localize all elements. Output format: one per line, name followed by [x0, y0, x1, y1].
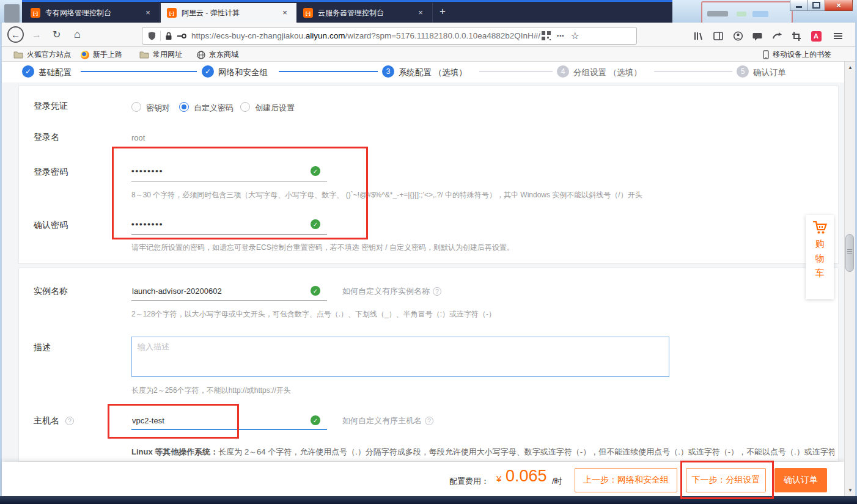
hostname-question-icon[interactable]: ?: [65, 417, 74, 425]
account-icon[interactable]: [730, 29, 746, 43]
radio-set-after-create[interactable]: [240, 102, 250, 112]
bookmark-mobile-bookmarks[interactable]: 移动设备上的书签: [763, 49, 831, 60]
radio-custom-password[interactable]: [179, 102, 189, 112]
extension-icon[interactable]: A: [808, 29, 824, 43]
annotation-rect-passwords: [112, 147, 368, 239]
home-button[interactable]: ⌂: [74, 28, 81, 41]
instance-name-input[interactable]: launch-advisor-20200602: [132, 287, 222, 296]
step5-label[interactable]: 确认订单: [753, 67, 786, 78]
firefox-icon: [81, 51, 89, 59]
bookmarks-bar: [0, 47, 857, 62]
step3-number: 3: [382, 65, 394, 78]
window-close-button[interactable]: ×: [825, 0, 853, 11]
cart-char: 购: [806, 238, 834, 250]
url-text[interactable]: https://ecs-buy-cn-zhangjiakou.aliyun.co…: [191, 31, 540, 40]
scroll-up-icon[interactable]: ▲: [845, 65, 856, 70]
confirm-password-hint: 请牢记您所设置的密码，如遗忘可登录ECS控制台重置密码，若不填选 密钥对 / 自…: [131, 243, 514, 253]
step-connector: [81, 71, 197, 72]
login-name-value: root: [131, 133, 145, 142]
back-button[interactable]: ←: [7, 26, 24, 43]
library-icon[interactable]: [691, 29, 707, 43]
page-scrollbar[interactable]: ▲ ▼: [844, 62, 855, 496]
messages-icon[interactable]: [749, 29, 765, 43]
bookmark-label: 火狐官方站点: [27, 49, 71, 60]
instance-name-help-link[interactable]: 如何自定义有序实例名称 ?: [342, 286, 441, 297]
window-border-left: [0, 23, 2, 496]
question-icon[interactable]: ?: [425, 417, 433, 425]
instance-name-underline: [131, 300, 327, 301]
tab-close-icon[interactable]: ×: [279, 7, 290, 18]
cost-price: 0.065: [506, 467, 547, 486]
crop-screenshot-icon[interactable]: [789, 29, 804, 43]
tab-title: 云服务器管理控制台: [318, 8, 410, 18]
tracking-protection-shield-icon[interactable]: [148, 31, 156, 40]
globe-icon: [197, 51, 205, 59]
mobile-phone-icon: [763, 50, 769, 59]
annotation-rect-next-button: [680, 461, 774, 499]
scroll-down-icon[interactable]: ▼: [845, 488, 856, 493]
hostname-rule-bold: Linux 等其他操作系统：: [131, 447, 218, 456]
step2-check-icon: ✓: [202, 65, 214, 78]
step1-check-icon: ✓: [22, 65, 34, 78]
url-bar[interactable]: https://ecs-buy-cn-zhangjiakou.aliyun.co…: [142, 27, 637, 45]
tab-ecs-console[interactable]: [-] 云服务器管理控制台 ×: [297, 3, 433, 23]
confirm-order-button[interactable]: 确认订单: [774, 468, 827, 492]
hostname-help-link[interactable]: 如何自定义有序主机名 ?: [342, 415, 433, 426]
aliyun-favicon-icon: [-]: [167, 8, 177, 18]
undo-swoosh-icon[interactable]: [769, 29, 785, 43]
cost-currency: ¥: [496, 473, 501, 484]
shopping-cart-icon: [811, 219, 828, 235]
tab-ecs-buy-active[interactable]: [-] 阿里云 - 弹性计算 ×: [161, 3, 296, 23]
bookmark-folder-firefox-sites[interactable]: 火狐官方站点: [13, 49, 71, 60]
radio-keypair[interactable]: [131, 102, 141, 112]
instance-name-valid-check-icon: ✓: [311, 286, 320, 296]
aliyun-favicon-icon: [-]: [303, 8, 313, 18]
new-tab-button[interactable]: +: [435, 5, 450, 18]
tab-vpc-console[interactable]: [-] 专有网络管理控制台 ×: [24, 3, 160, 23]
bookmark-jd[interactable]: 京东商城: [197, 49, 238, 60]
scrollbar-thumb[interactable]: [845, 234, 854, 272]
extension-badge: A: [811, 31, 822, 42]
maximize-icon: [812, 2, 820, 9]
radio-custom-password-label[interactable]: 自定义密码: [194, 103, 234, 114]
sidebar-icon[interactable]: [710, 29, 726, 43]
tab-close-icon[interactable]: ×: [415, 7, 426, 18]
qr-code-icon[interactable]: [542, 31, 551, 40]
description-textarea[interactable]: [131, 337, 669, 377]
bookmark-getting-started[interactable]: 新手上路: [81, 49, 122, 60]
key-icon[interactable]: [177, 33, 186, 39]
reload-button[interactable]: ↻: [53, 29, 61, 40]
confirm-password-label: 确认密码: [34, 220, 68, 231]
cost-label: 配置费用：: [449, 476, 489, 487]
cost-unit: /时: [552, 476, 562, 487]
forward-button[interactable]: →: [32, 29, 42, 40]
hostname-valid-check-icon: ✓: [311, 415, 320, 425]
cart-char: 物: [806, 253, 834, 265]
browser-window: [-] 专有网络管理控制台 × [-] 阿里云 - 弹性计算 × [-] 云服务…: [0, 0, 857, 504]
bookmark-folder-common-sites[interactable]: 常用网址: [139, 49, 182, 60]
window-maximize-button[interactable]: [807, 0, 825, 11]
step1-label[interactable]: 基础配置: [39, 67, 72, 78]
active-tab-stripe: [22, 0, 672, 2]
step2-label[interactable]: 网络和安全组: [218, 67, 268, 78]
folder-icon: [13, 51, 23, 59]
radio-keypair-label[interactable]: 密钥对: [146, 103, 170, 114]
radio-set-after-create-label[interactable]: 创建后设置: [255, 103, 295, 114]
lock-icon[interactable]: [165, 32, 172, 40]
aliyun-favicon-icon: [-]: [31, 8, 40, 18]
step3-label[interactable]: 系统配置 （选填）: [399, 67, 467, 78]
close-icon: ×: [836, 1, 841, 10]
help-link-text: 如何自定义有序实例名称: [342, 286, 430, 297]
bookmark-star-icon[interactable]: ☆: [570, 30, 579, 42]
tab-close-icon[interactable]: ×: [142, 7, 153, 18]
prev-step-button[interactable]: 上一步：网络和安全组: [575, 468, 677, 492]
window-minimize-button[interactable]: [790, 0, 808, 11]
step-connector: [279, 71, 378, 72]
instance-name-label: 实例名称: [34, 286, 68, 297]
menu-hamburger-icon[interactable]: [830, 29, 846, 43]
question-icon[interactable]: ?: [433, 287, 441, 296]
page-actions-more-icon[interactable]: •••: [557, 33, 564, 39]
step4-number: 4: [557, 65, 569, 78]
minimize-icon: [796, 6, 802, 8]
step4-label[interactable]: 分组设置 （选填）: [573, 67, 642, 78]
